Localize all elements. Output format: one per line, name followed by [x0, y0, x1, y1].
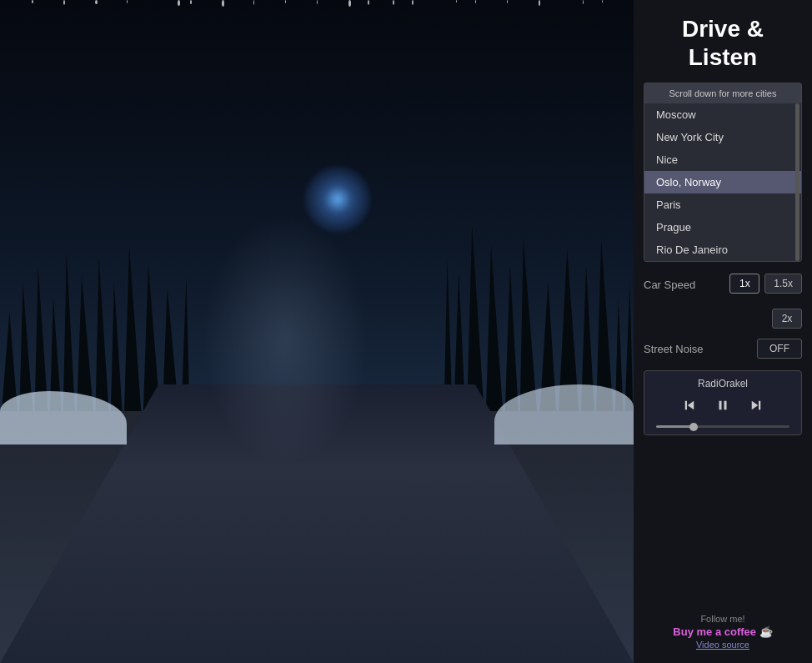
svg-rect-1	[685, 401, 687, 410]
dropdown-scroll[interactable]: Moscow New York City Nice Oslo, Norway P…	[644, 103, 801, 261]
headlight-glow	[202, 214, 368, 465]
car-speed-row: Car Speed 1x 1.5x	[644, 274, 802, 300]
radio-name: RadiOrakel	[653, 378, 793, 389]
city-item-paris[interactable]: Paris	[644, 193, 801, 216]
car-speed-label: Car Speed	[644, 279, 723, 291]
city-item-newyork[interactable]: New York City	[644, 126, 801, 148]
dropdown-header: Scroll down for more cities	[644, 83, 801, 103]
city-item-nice[interactable]: Nice	[644, 148, 801, 171]
svg-marker-4	[752, 401, 759, 410]
speed-btn-1x[interactable]: 1x	[729, 274, 759, 294]
radio-pause-button[interactable]	[714, 396, 732, 419]
svg-marker-0	[688, 401, 694, 410]
sidebar-panel: Drive & Listen Scroll down for more citi…	[634, 0, 812, 663]
svg-rect-5	[759, 401, 760, 410]
street-noise-row: Street Noise OFF	[644, 339, 802, 359]
radio-progress-bar[interactable]	[656, 425, 789, 428]
city-item-oslo[interactable]: Oslo, Norway	[644, 171, 801, 193]
city-item-prague[interactable]: Prague	[644, 216, 801, 239]
radio-controls	[653, 396, 793, 419]
app-title-line2: Listen	[689, 44, 757, 70]
app-title: Drive & Listen	[682, 15, 764, 71]
app-title-line1: Drive &	[682, 16, 764, 42]
svg-rect-2	[719, 401, 722, 410]
city-item-rio[interactable]: Rio De Janeiro	[644, 239, 801, 261]
radio-prev-button[interactable]	[680, 396, 699, 419]
slider-thumb[interactable]	[689, 423, 698, 431]
city-item-moscow[interactable]: Moscow	[644, 103, 801, 126]
radio-slider-container[interactable]	[653, 425, 793, 428]
radio-player: RadiOrakel	[644, 370, 802, 435]
speed-btn-2x[interactable]: 2x	[772, 309, 802, 329]
buy-coffee-link[interactable]: Buy me a coffee ☕	[673, 625, 772, 638]
footer-links: Follow me! Buy me a coffee ☕ Video sourc…	[673, 614, 772, 650]
video-background	[0, 0, 634, 663]
street-noise-label: Street Noise	[644, 343, 704, 355]
video-source-link[interactable]: Video source	[696, 640, 749, 650]
follow-me-text: Follow me!	[700, 614, 744, 624]
radio-next-button[interactable]	[747, 396, 765, 419]
street-noise-button[interactable]: OFF	[757, 339, 802, 359]
svg-rect-3	[724, 401, 727, 410]
speed-btn-1-5x[interactable]: 1.5x	[764, 274, 802, 294]
city-dropdown[interactable]: Scroll down for more cities Moscow New Y…	[644, 83, 802, 262]
speed-buttons: 1x 1.5x	[723, 274, 802, 294]
